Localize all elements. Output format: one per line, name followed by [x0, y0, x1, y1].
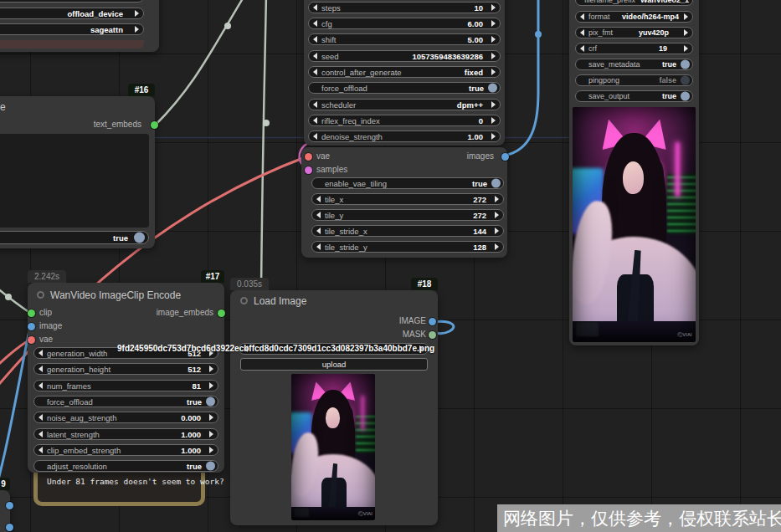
toggle-knob[interactable]: [134, 233, 145, 243]
node-model-loader[interactable]: offload_device sageattn: [0, 0, 159, 52]
widget-latent-strength[interactable]: latent_strength 1.000: [33, 428, 218, 440]
prompt-textarea[interactable]: [0, 134, 149, 228]
output-dot[interactable]: [6, 524, 13, 531]
widget-tile-stride-x[interactable]: tile_stride_x 144: [311, 225, 504, 237]
upload-button[interactable]: upload: [240, 358, 428, 371]
node-vae-decode[interactable]: vae samples images enable_vae_tiling tru…: [301, 147, 507, 258]
input-dot-samples[interactable]: [305, 166, 312, 174]
output-dot-text-embeds[interactable]: [151, 121, 158, 129]
decrement-icon[interactable]: [313, 20, 317, 27]
widget-tile-y[interactable]: tile_y 272: [311, 209, 504, 221]
widget-filename-prefix[interactable]: filename_prefix WanVideo2_1: [575, 0, 693, 6]
decrement-icon[interactable]: [313, 53, 317, 59]
widget-noise-aug-strength[interactable]: noise_aug_strength 0.000: [33, 412, 218, 423]
decrement-icon[interactable]: [39, 431, 43, 437]
increment-icon[interactable]: [209, 382, 213, 389]
combo-arrow-icon[interactable]: [135, 10, 139, 17]
decrement-icon[interactable]: [313, 133, 317, 140]
widget-adjust-resolution[interactable]: adjust_resolution true: [33, 460, 218, 472]
widget-crf[interactable]: crf 19: [575, 43, 693, 54]
decrement-icon[interactable]: [313, 101, 317, 108]
toggle-knob[interactable]: [488, 84, 497, 93]
output-dot-images[interactable]: [501, 153, 509, 161]
decrement-icon[interactable]: [313, 4, 317, 11]
increment-icon[interactable]: [491, 36, 496, 43]
widget-tile-stride-y[interactable]: tile_stride_y 128: [311, 241, 504, 253]
toggle-knob[interactable]: [206, 462, 215, 471]
output-dot-mask[interactable]: [429, 331, 436, 339]
increment-icon[interactable]: [684, 13, 688, 20]
widget-generation-height[interactable]: generation_height 512: [33, 363, 218, 375]
decrement-icon[interactable]: [313, 36, 317, 43]
increment-icon[interactable]: [495, 228, 499, 234]
increment-icon[interactable]: [491, 4, 496, 11]
increment-icon[interactable]: [209, 366, 213, 372]
toggle-knob[interactable]: [206, 397, 215, 407]
widget-save-output[interactable]: save_output true: [575, 90, 693, 102]
decrement-icon[interactable]: [39, 382, 43, 389]
widget-tile-x[interactable]: tile_x 272: [311, 193, 504, 205]
node-sampler[interactable]: steps 10 cfg 6.00 shift 5.00 seed 105735…: [304, 0, 505, 146]
increment-icon[interactable]: [209, 414, 213, 421]
widget-format[interactable]: format video/h264-mp4: [575, 11, 693, 23]
node-imageclip-encode[interactable]: 2.242s #17 WanVideo ImageClip Encode cli…: [28, 283, 224, 473]
output-dot-image-embeds[interactable]: [218, 309, 225, 317]
input-dot-vae[interactable]: [28, 336, 35, 344]
widget-cfg[interactable]: cfg 6.00: [308, 18, 501, 29]
combo-arrow-icon[interactable]: [135, 26, 139, 33]
collapse-dot-icon[interactable]: [240, 297, 248, 304]
decrement-icon[interactable]: [580, 29, 584, 36]
increment-icon[interactable]: [491, 133, 496, 140]
toggle-knob[interactable]: [681, 60, 690, 69]
increment-icon[interactable]: [491, 69, 496, 75]
increment-icon[interactable]: [491, 20, 496, 27]
widget-pingpong[interactable]: pingpong false: [575, 74, 693, 86]
increment-icon[interactable]: [209, 447, 213, 453]
widget-enable-vae-tiling[interactable]: enable_vae_tiling true: [311, 177, 504, 189]
toggle-knob[interactable]: [491, 179, 501, 188]
node-video-combine[interactable]: filename_prefix WanVideo2_1 format video…: [569, 0, 699, 345]
widget-sageattn[interactable]: sageattn: [0, 23, 144, 35]
widget-seed[interactable]: seed 1057359483639286: [308, 50, 501, 62]
widget-partial[interactable]: [0, 0, 144, 3]
widget-pix-fmt[interactable]: pix_fmt yuv420p: [575, 27, 693, 38]
node-text-encode[interactable]: #16 e text_embeds true: [0, 96, 155, 248]
widget-riflex-freq-index[interactable]: riflex_freq_index 0: [308, 115, 501, 126]
decrement-icon[interactable]: [313, 69, 317, 75]
increment-icon[interactable]: [684, 29, 688, 36]
widget-steps[interactable]: steps 10: [308, 2, 501, 13]
decrement-icon[interactable]: [39, 350, 43, 356]
decrement-icon[interactable]: [580, 13, 584, 20]
input-dot-image[interactable]: [28, 323, 35, 330]
widget-force-offload-toggle[interactable]: force_offload true: [308, 82, 501, 94]
increment-icon[interactable]: [491, 101, 496, 108]
output-dot-image[interactable]: [429, 318, 436, 325]
decrement-icon[interactable]: [316, 243, 321, 250]
increment-icon[interactable]: [495, 196, 499, 202]
toggle-knob[interactable]: [681, 92, 690, 101]
decrement-icon[interactable]: [316, 228, 321, 234]
widget-control-after-generate[interactable]: control_after_generate fixed: [308, 66, 501, 78]
widget-force-offload-toggle[interactable]: true: [0, 231, 149, 244]
widget-num-frames[interactable]: num_frames 81: [33, 380, 218, 391]
input-dot-vae[interactable]: [305, 153, 312, 161]
decrement-icon[interactable]: [316, 212, 321, 218]
increment-icon[interactable]: [491, 117, 496, 124]
increment-icon[interactable]: [684, 45, 688, 52]
collapse-dot-icon[interactable]: [37, 291, 44, 299]
increment-icon[interactable]: [495, 243, 499, 250]
decrement-icon[interactable]: [580, 45, 584, 52]
widget-denoise-strength[interactable]: denoise_strength 1.00: [308, 130, 501, 142]
decrement-icon[interactable]: [39, 447, 43, 453]
toggle-knob[interactable]: [681, 76, 690, 85]
widget-offload-device[interactable]: offload_device: [0, 8, 144, 19]
increment-icon[interactable]: [209, 431, 213, 437]
widget-clip-embed-strength[interactable]: clip_embed_strength 1.000: [33, 444, 218, 456]
input-dot-clip[interactable]: [28, 309, 35, 317]
decrement-icon[interactable]: [313, 117, 317, 124]
widget-scheduler[interactable]: scheduler dpm++: [308, 99, 501, 110]
widget-save-metadata[interactable]: save_metadata true: [575, 59, 693, 70]
increment-icon[interactable]: [491, 53, 496, 59]
node-load-image[interactable]: 0.035s #18 Load Image IMAGE MASK 9fd2459…: [230, 290, 438, 525]
decrement-icon[interactable]: [39, 366, 43, 372]
